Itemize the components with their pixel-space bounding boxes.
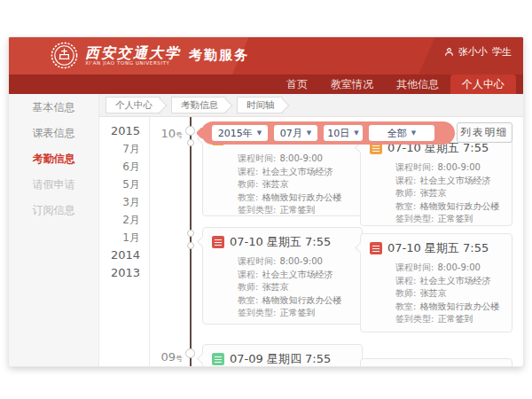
- rail-item[interactable]: 5月: [101, 176, 140, 193]
- year-dropdown-value: 2015年: [218, 127, 253, 140]
- attendance-card[interactable]: 07-09 星期四 7:55: [202, 344, 363, 366]
- sidebar-item[interactable]: 课表信息: [9, 121, 98, 146]
- page: 西安交通大学 XI'AN JIAO TONG UNIVERSITY 考勤服务 张…: [0, 0, 532, 399]
- nav-tab[interactable]: 其他信息: [385, 74, 450, 94]
- detail-value: 格物致知行政办公楼: [262, 295, 341, 305]
- detail-value: 8:00-9:00: [437, 262, 481, 272]
- detail-value: 8:00-9:00: [279, 153, 323, 163]
- detail-value: 格物致知行政办公楼: [419, 201, 499, 211]
- rail-item[interactable]: 2013: [101, 264, 140, 282]
- detail-label: 签到类型:: [395, 314, 434, 324]
- rail-item[interactable]: 2月: [101, 211, 140, 229]
- sidebar-item[interactable]: 基本信息: [9, 95, 98, 121]
- detail-label: 教师:: [395, 188, 416, 198]
- detail-label: 课程:: [238, 167, 258, 176]
- attendance-card[interactable]: 07-10 星期五 7:55 课程时间:8:00-9:00 课程:社会主义市场经…: [360, 133, 512, 226]
- detail-label: 教师:: [395, 288, 416, 298]
- university-emblem-icon: [50, 41, 79, 70]
- type-dropdown[interactable]: 全部 ▼: [369, 125, 434, 141]
- detail-label: 教师:: [238, 179, 258, 189]
- detail-value: 正常签到: [437, 314, 473, 324]
- rail-item[interactable]: 2014: [101, 246, 140, 264]
- chevron-down-icon: ▼: [257, 129, 262, 137]
- sidebar-item[interactable]: 请假申请: [9, 172, 98, 198]
- day-dropdown[interactable]: 10日 ▼: [324, 125, 363, 141]
- breadcrumb-item[interactable]: 个人中心: [106, 97, 160, 113]
- detail-row: 教师:张芸京: [395, 187, 505, 200]
- rail-item[interactable]: 6月: [101, 158, 140, 176]
- detail-row: 签到类型:正常签到: [238, 307, 355, 320]
- list-detail-button[interactable]: 列表明细: [457, 122, 512, 143]
- detail-row: 教师:张芸京: [395, 287, 505, 301]
- detail-label: 教室:: [238, 192, 258, 202]
- nav-tab[interactable]: 个人中心: [450, 74, 516, 94]
- month-dropdown[interactable]: 07月 ▼: [274, 125, 317, 141]
- sidebar-item[interactable]: 考勤信息: [9, 146, 98, 172]
- university-name-cn: 西安交通大学: [85, 45, 181, 60]
- breadcrumb-item[interactable]: 考勤信息: [171, 97, 226, 113]
- sidebar-item[interactable]: 订阅信息: [9, 198, 98, 223]
- checkin-stamp-icon: [212, 353, 224, 365]
- timeline-rail: 2015 7月 6月 5月 3月 2月 1月 2014 2013: [101, 122, 140, 282]
- detail-row: 签到类型:正常签到: [238, 204, 355, 217]
- rail-item[interactable]: 1月: [101, 229, 140, 246]
- day-dropdown-value: 10日: [327, 127, 349, 140]
- card-details: 课程时间:8:00-9:00 课程:社会主义市场经济 教师:张芸京 教室:格物致…: [395, 161, 505, 226]
- detail-row: 课程:社会主义市场经济: [395, 275, 505, 288]
- detail-value: 8:00-9:00: [279, 256, 323, 266]
- detail-value: 社会主义市场经济: [262, 167, 332, 176]
- detail-value: 正常签到: [279, 308, 315, 317]
- detail-value: 社会主义市场经济: [262, 270, 332, 279]
- user-info[interactable]: 张小小 学生: [444, 45, 512, 59]
- rail-item[interactable]: 7月: [101, 140, 140, 158]
- user-role: 学生: [492, 45, 512, 59]
- detail-value: 社会主义市场经济: [419, 276, 490, 286]
- card-header: [370, 365, 505, 366]
- year-dropdown[interactable]: 2015年 ▼: [212, 125, 268, 141]
- timeline-marker: [187, 230, 194, 237]
- detail-label: 教室:: [395, 201, 416, 211]
- university-logo: 西安交通大学 XI'AN JIAO TONG UNIVERSITY 考勤服务: [50, 41, 249, 70]
- detail-label: 课程时间:: [395, 262, 434, 272]
- timeline-marker: [185, 348, 195, 358]
- day-number: 09: [160, 350, 176, 364]
- detail-label: 签到类型:: [238, 205, 276, 215]
- university-name-en: XI'AN JIAO TONG UNIVERSITY: [85, 60, 181, 66]
- detail-value: 正常签到: [279, 205, 315, 215]
- detail-label: 签到类型:: [395, 214, 434, 223]
- detail-label: 教师:: [238, 282, 258, 292]
- detail-row: 课程:社会主义市场经济: [395, 175, 505, 188]
- rail-item[interactable]: 2015: [101, 122, 140, 140]
- type-dropdown-value: 全部: [387, 127, 407, 140]
- attendance-card[interactable]: 07-10 星期五 7:55 课程时间:8:00-9:00 课程:社会主义市场经…: [202, 227, 363, 325]
- timeline-marker: [187, 139, 194, 146]
- detail-label: 教室:: [238, 295, 258, 305]
- nav-tab[interactable]: 教室情况: [319, 74, 385, 94]
- detail-row: 教室:格物致知行政办公楼: [395, 301, 505, 314]
- attendance-card[interactable]: [360, 358, 512, 366]
- attendance-card[interactable]: 07-10 星期五 7:55 课程时间:8:00-9:00 课程:社会主义市场经…: [360, 233, 512, 332]
- day-label: 09号: [149, 348, 183, 364]
- detail-value: 8:00-9:00: [437, 162, 481, 172]
- filter-bar: 2015年 ▼ 07月 ▼ 10日 ▼ 全部 ▼: [201, 121, 455, 145]
- detail-row: 教室:格物致知行政办公楼: [238, 192, 355, 205]
- app-title: 考勤服务: [189, 47, 249, 64]
- rail-item[interactable]: 3月: [101, 193, 140, 211]
- breadcrumb-item[interactable]: 时间轴: [237, 97, 283, 113]
- detail-row: 课程时间:8:00-9:00: [238, 255, 355, 269]
- card-header: 07-10 星期五 7:55: [370, 240, 505, 256]
- card-details: 课程时间:8:00-9:00 课程:社会主义市场经济 教师:张芸京 教室:格物致…: [395, 262, 505, 326]
- detail-label: 课程:: [395, 276, 416, 286]
- detail-row: 课程:社会主义市场经济: [238, 269, 355, 282]
- chevron-down-icon: ▼: [411, 129, 416, 137]
- detail-label: 签到类型:: [238, 308, 276, 317]
- month-dropdown-value: 07月: [280, 127, 302, 140]
- card-details: 课程时间:8:00-9:00 课程:社会主义市场经济 教师:张芸京 教室:格物致…: [238, 153, 355, 217]
- card-header: 07-10 星期五 7:55: [212, 234, 355, 250]
- checkin-stamp-icon: [370, 242, 382, 254]
- chevron-down-icon: ▼: [307, 129, 311, 137]
- detail-row: 教室:格物致知行政办公楼: [238, 294, 355, 308]
- nav-tab[interactable]: 首页: [275, 74, 319, 94]
- card-title: 07-10 星期五 7:55: [387, 240, 489, 256]
- detail-row: 教师:张芸京: [238, 178, 355, 192]
